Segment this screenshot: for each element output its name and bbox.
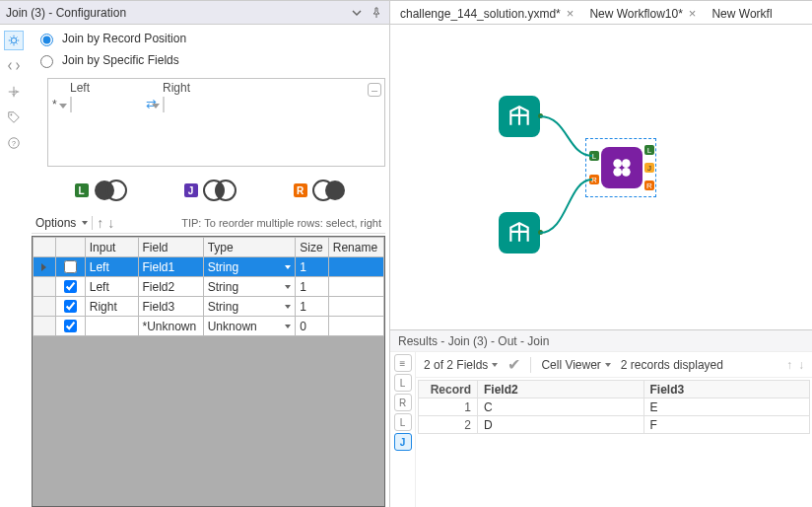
canvas-join-node[interactable] bbox=[601, 147, 643, 188]
join-fields-box: Left Right * ⇄ – bbox=[47, 78, 385, 167]
svg-point-12 bbox=[613, 159, 622, 168]
anchor-left[interactable]: L bbox=[75, 179, 130, 202]
results-panel: Results - Join (3) - Out - Join ≡LRLJ 2 … bbox=[390, 329, 812, 507]
join-out-left-anchor[interactable]: L bbox=[644, 145, 654, 155]
join-out-join-anchor[interactable]: J bbox=[644, 163, 654, 173]
results-side-tabs: ≡LRLJ bbox=[390, 352, 416, 507]
right-field-combo[interactable] bbox=[163, 97, 165, 112]
svg-point-13 bbox=[622, 159, 631, 168]
right-column-header: Right bbox=[163, 81, 232, 95]
reorder-tip: TIP: To reorder multiple rows: select, r… bbox=[181, 217, 381, 229]
cell-viewer-dropdown[interactable]: Cell Viewer bbox=[541, 358, 610, 372]
tool-config-icon[interactable] bbox=[4, 31, 24, 50]
field-checkbox[interactable] bbox=[64, 300, 77, 313]
results-side-button[interactable]: L bbox=[394, 374, 412, 392]
workflow-tabs: challenge_144_solution.yxmd*×New Workflo… bbox=[390, 1, 812, 25]
radio-specific-fields[interactable]: Join by Specific Fields bbox=[35, 52, 387, 68]
workflow-tab[interactable]: challenge_144_solution.yxmd*× bbox=[392, 3, 581, 24]
tag-icon[interactable] bbox=[4, 108, 24, 127]
results-grid[interactable]: RecordField2Field3 1CE2DF bbox=[418, 380, 810, 434]
svg-text:?: ? bbox=[12, 140, 16, 147]
svg-point-0 bbox=[11, 37, 16, 42]
table-row[interactable]: LeftField2String1 bbox=[34, 277, 384, 297]
fields-grid[interactable]: Input Field Type Size Rename LeftField1S… bbox=[32, 236, 385, 507]
join-in-left-anchor[interactable]: L bbox=[589, 151, 599, 161]
anchor-right[interactable]: R bbox=[294, 179, 349, 202]
results-row[interactable]: 2DF bbox=[419, 416, 810, 434]
table-row[interactable]: RightField3String1 bbox=[34, 297, 384, 317]
svg-point-4 bbox=[95, 181, 114, 200]
close-icon[interactable]: × bbox=[689, 6, 697, 21]
join-out-right-anchor[interactable]: R bbox=[644, 181, 654, 190]
pin-icon[interactable] bbox=[370, 6, 383, 20]
checkmark-icon[interactable]: ✔ bbox=[508, 355, 520, 374]
field-checkbox[interactable] bbox=[64, 280, 77, 293]
radio-record-position[interactable]: Join by Record Position bbox=[35, 31, 387, 46]
left-column-header: Left bbox=[70, 81, 139, 95]
join-in-right-anchor[interactable]: R bbox=[589, 175, 599, 184]
workflow-tab[interactable]: New Workfl bbox=[704, 4, 779, 24]
close-icon[interactable]: × bbox=[567, 6, 575, 21]
fields-dropdown[interactable]: 2 of 2 Fields bbox=[424, 358, 498, 372]
results-up-icon[interactable]: ↑ bbox=[786, 358, 792, 372]
results-toolbar: 2 of 2 Fields ✔ Cell Viewer 2 records di… bbox=[416, 352, 812, 378]
table-row[interactable]: LeftField1String1 bbox=[34, 257, 384, 277]
left-field-combo[interactable] bbox=[70, 97, 72, 112]
svg-point-15 bbox=[622, 168, 631, 177]
field-checkbox[interactable] bbox=[64, 320, 77, 332]
results-column-header[interactable]: Record bbox=[419, 381, 478, 398]
svg-point-1 bbox=[11, 114, 13, 116]
workflow-tab[interactable]: New Workflow10*× bbox=[581, 3, 704, 24]
canvas[interactable]: L R L J R bbox=[390, 25, 812, 329]
results-side-button[interactable]: L bbox=[394, 413, 412, 431]
options-bar: Options ↑ ↓ TIP: To reorder multiple row… bbox=[32, 212, 385, 234]
venn-anchors: L J R bbox=[47, 179, 375, 202]
configuration-panel: Join (3) - Configuration ? Join b bbox=[0, 1, 390, 507]
results-column-header[interactable]: Field3 bbox=[643, 381, 810, 398]
xml-icon[interactable] bbox=[4, 56, 24, 76]
svg-point-14 bbox=[613, 168, 622, 177]
nav-icon[interactable] bbox=[4, 82, 24, 102]
anchor-join[interactable]: J bbox=[184, 179, 239, 202]
move-up-icon[interactable]: ↑ bbox=[97, 215, 103, 231]
panel-title: Join (3) - Configuration bbox=[6, 6, 344, 20]
svg-point-11 bbox=[325, 181, 345, 200]
canvas-input-node-2[interactable] bbox=[499, 212, 540, 254]
table-row[interactable]: *UnknownUnknown0 bbox=[34, 317, 384, 336]
options-menu[interactable]: Options bbox=[35, 216, 76, 230]
results-title: Results - Join (3) - Out - Join bbox=[390, 330, 812, 352]
chevron-down-icon[interactable] bbox=[350, 6, 364, 20]
workspace: challenge_144_solution.yxmd*×New Workflo… bbox=[390, 1, 812, 507]
config-sidebar: ? bbox=[0, 25, 28, 507]
move-down-icon[interactable]: ↓ bbox=[107, 215, 114, 231]
results-column-header[interactable]: Field2 bbox=[478, 381, 644, 398]
remove-field-icon[interactable]: – bbox=[368, 83, 381, 97]
records-summary: 2 records displayed bbox=[621, 358, 723, 372]
panel-header: Join (3) - Configuration bbox=[0, 1, 389, 25]
results-row[interactable]: 1CE bbox=[419, 398, 810, 416]
results-side-button[interactable]: J bbox=[394, 433, 412, 451]
config-content: Join by Record Position Join by Specific… bbox=[28, 25, 389, 507]
results-down-icon[interactable]: ↓ bbox=[798, 358, 804, 372]
results-side-button[interactable]: R bbox=[394, 394, 412, 411]
canvas-input-node-1[interactable] bbox=[499, 96, 540, 137]
results-side-button[interactable]: ≡ bbox=[394, 354, 412, 372]
field-checkbox[interactable] bbox=[64, 260, 77, 273]
help-icon[interactable]: ? bbox=[4, 133, 24, 153]
